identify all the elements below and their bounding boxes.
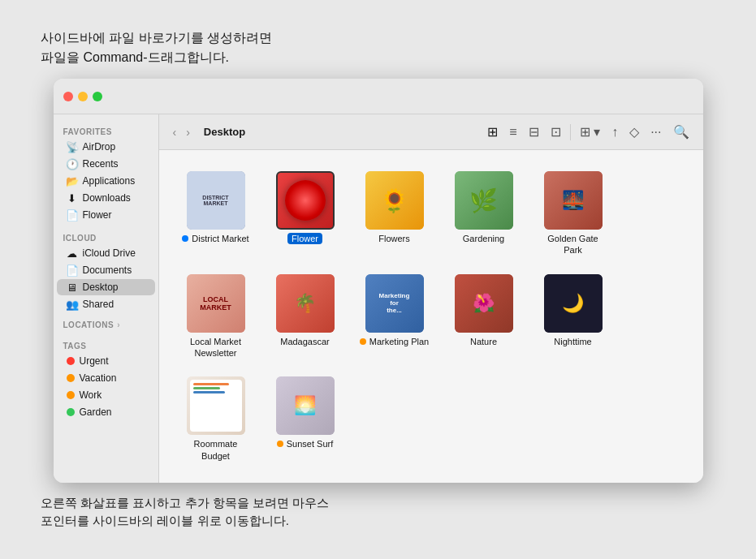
file-name: District Market [192, 233, 248, 244]
file-label-container: Sunset Surf [277, 438, 333, 449]
file-thumbnail: DISTRICTMARKET [187, 171, 245, 230]
file-item-golden-gate-park[interactable]: 🌉 Golden Gate Park [533, 166, 614, 261]
file-name: Gardening [463, 233, 504, 244]
back-button[interactable]: ‹ [169, 124, 181, 140]
view-list-button[interactable]: ≡ [505, 123, 521, 142]
airdrop-icon: 📡 [67, 141, 78, 153]
sidebar-item-label: Applications [83, 175, 136, 187]
file-status-dot [182, 235, 188, 242]
sidebar-item-recents[interactable]: 🕐 Recents [57, 156, 155, 172]
favorites-label: Favorites [54, 123, 158, 138]
tag-button[interactable]: ◇ [625, 122, 643, 142]
view-controls: ⊞ ≡ ⊟ ⊡ ⊞ ▾ ↑ ◇ ··· 🔍 [483, 122, 693, 142]
file-thumbnail: 🌴 [276, 274, 335, 333]
applications-icon: 📂 [67, 175, 78, 187]
file-label-container: Gardening [463, 233, 504, 244]
sidebar-item-work[interactable]: Work [57, 387, 155, 403]
sidebar-item-applications[interactable]: 📂 Applications [57, 173, 155, 189]
file-name-selected: Flower [287, 233, 322, 244]
sidebar-item-desktop[interactable]: 🖥 Desktop [57, 279, 155, 295]
close-button[interactable] [63, 92, 73, 101]
share-button[interactable]: ↑ [607, 123, 622, 142]
file-status-dot [360, 338, 366, 345]
sidebar-item-icloud-drive[interactable]: ☁ iCloud Drive [57, 245, 155, 261]
sidebar-item-label: Downloads [83, 192, 131, 204]
shared-icon: 👥 [67, 299, 78, 310]
flower-thumb-inner [278, 173, 333, 228]
sidebar-item-label: Documents [83, 264, 132, 276]
sidebar-item-shared[interactable]: 👥 Shared [57, 296, 155, 312]
file-item-nighttime[interactable]: 🌙 Nighttime [533, 269, 614, 364]
file-name: Roommate Budget [180, 438, 252, 462]
file-label-container: Roommate Budget [180, 438, 252, 462]
recents-icon: 🕐 [67, 158, 78, 170]
file-label-container: Flower [287, 233, 322, 244]
minimize-button[interactable] [78, 92, 88, 101]
file-thumbnail [187, 376, 245, 435]
forward-button[interactable]: › [182, 124, 194, 140]
sidebar-item-label: Work [80, 389, 102, 401]
downloads-icon: ⬇ [67, 192, 78, 204]
file-item-flowers[interactable]: 🌻 Flowers [354, 166, 435, 261]
file-label-container: Marketing Plan [360, 336, 429, 347]
locations-chevron-icon: › [117, 320, 120, 329]
flower-circle [285, 180, 326, 221]
file-thumbnail: LOCALMARKET [187, 274, 245, 333]
file-label-container: Flowers [378, 233, 410, 244]
finder-window: Favorites 📡 AirDrop 🕐 Recents 📂 Applicat… [54, 79, 703, 483]
icloud-label: iCloud [54, 229, 158, 244]
finder-body: Favorites 📡 AirDrop 🕐 Recents 📂 Applicat… [54, 114, 703, 483]
sidebar-item-label: Shared [83, 299, 114, 310]
main-content: ‹ › Desktop ⊞ ≡ ⊟ ⊡ ⊞ ▾ ↑ ◇ ··· 🔍 [159, 114, 703, 483]
sidebar-item-downloads[interactable]: ⬇ Downloads [57, 190, 155, 206]
locations-label: Locations [63, 320, 114, 329]
sidebar-item-urgent[interactable]: Urgent [57, 353, 155, 369]
sidebar-item-label: iCloud Drive [83, 247, 136, 259]
file-label-container: Local Market Newsletter [180, 336, 252, 359]
file-item-district-market[interactable]: DISTRICTMARKET District Market [175, 166, 257, 261]
more-button[interactable]: ··· [646, 123, 665, 142]
sidebar-item-label: Recents [83, 158, 119, 170]
maximize-button[interactable] [93, 92, 102, 101]
file-label-container: District Market [182, 233, 248, 244]
path-title: Desktop [204, 126, 245, 138]
file-item-flower[interactable]: Flower [265, 166, 346, 261]
tags-label: Tags [54, 337, 158, 352]
file-item-gardening[interactable]: 🌿 Gardening [443, 166, 525, 261]
file-thumbnail: 🌻 [365, 171, 424, 230]
garden-dot [67, 408, 75, 416]
file-thumbnail: 🌿 [455, 171, 513, 230]
view-column-button[interactable]: ⊟ [525, 122, 543, 142]
traffic-lights [63, 92, 102, 101]
file-label-container: Golden Gate Park [538, 233, 609, 256]
file-thumbnail [276, 171, 335, 230]
group-button[interactable]: ⊞ ▾ [576, 122, 604, 142]
vacation-dot [67, 374, 75, 382]
file-name: Madagascar [280, 336, 330, 347]
file-item-madagascar[interactable]: 🌴 Madagascar [265, 269, 346, 364]
view-grid-button[interactable]: ⊞ [483, 122, 502, 142]
file-item-roommate-budget[interactable]: Roommate Budget [175, 372, 257, 467]
file-item-local-market-newsletter[interactable]: LOCALMARKET Local Market Newsletter [175, 269, 257, 364]
file-name: Nighttime [554, 336, 591, 347]
sidebar-item-flower[interactable]: 📄 Flower [57, 207, 155, 223]
view-gallery-button[interactable]: ⊡ [546, 122, 565, 142]
sidebar-item-documents[interactable]: 📄 Documents [57, 262, 155, 278]
nav-buttons: ‹ › [169, 124, 194, 140]
toolbar-divider [570, 124, 571, 140]
sidebar-item-airdrop[interactable]: 📡 AirDrop [57, 139, 155, 155]
tooltip-top: 사이드바에 파일 바로가기를 생성하려면파일을 Command-드래그합니다. [41, 28, 272, 67]
urgent-dot [67, 357, 75, 365]
tooltip-bottom: 오른쪽 화살표를 표시하고 추가 항목을 보려면 마우스포인터를 사이드바의 레… [41, 494, 329, 531]
file-item-marketing-plan[interactable]: Marketingforthe... Marketing Plan [354, 269, 435, 364]
file-name: Sunset Surf [287, 438, 333, 449]
sidebar-item-label: Flower [83, 209, 112, 221]
file-item-nature[interactable]: 🌺 Nature [443, 269, 525, 364]
search-button[interactable]: 🔍 [669, 122, 693, 142]
file-item-sunset-surf[interactable]: 🌅 Sunset Surf [265, 372, 346, 467]
locations-section: Locations › [54, 318, 158, 332]
desktop-icon: 🖥 [67, 282, 78, 293]
sidebar-item-vacation[interactable]: Vacation [57, 370, 155, 386]
sidebar-item-garden[interactable]: Garden [57, 404, 155, 420]
sidebar: Favorites 📡 AirDrop 🕐 Recents 📂 Applicat… [54, 114, 159, 483]
